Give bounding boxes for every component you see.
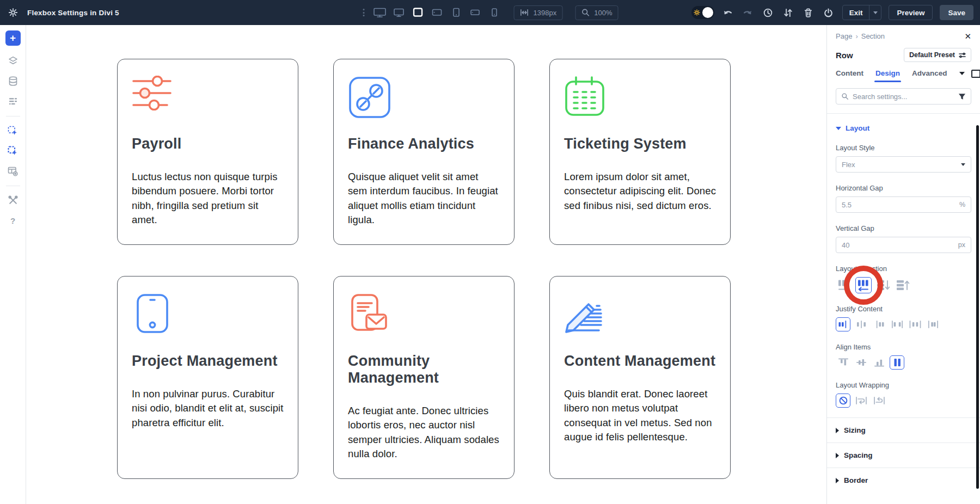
align-items-align-end-button[interactable] bbox=[872, 355, 886, 370]
justify-content-space-between-button[interactable] bbox=[890, 317, 904, 331]
tab-content[interactable]: Content bbox=[836, 69, 863, 82]
canvas-width-control[interactable]: 1398px bbox=[514, 5, 563, 20]
magnifier-icon bbox=[581, 8, 590, 17]
layout-wrapping-wrap-button[interactable] bbox=[854, 394, 868, 408]
collapsed-sections: Sizing Spacing Border bbox=[836, 417, 971, 493]
undo-icon[interactable] bbox=[721, 6, 734, 19]
layout-direction-column-button[interactable] bbox=[875, 277, 891, 293]
device-desktop-large-icon[interactable] bbox=[373, 5, 387, 20]
device-laptop-icon[interactable] bbox=[411, 5, 425, 20]
justify-content-flex-end-button[interactable] bbox=[872, 317, 886, 331]
justify-content-space-around-button[interactable] bbox=[908, 317, 922, 331]
tab-design[interactable]: Design bbox=[875, 69, 900, 82]
layout-section-header[interactable]: Layout bbox=[836, 124, 971, 132]
layout-wrapping-nowrap-button[interactable] bbox=[836, 394, 850, 408]
history-icon[interactable] bbox=[762, 6, 775, 19]
card-title: Content Management bbox=[564, 353, 716, 370]
sizing-section-header[interactable]: Sizing bbox=[827, 417, 980, 442]
portability-icon[interactable] bbox=[822, 6, 835, 19]
module-title: Row bbox=[836, 51, 853, 60]
default-preset-button[interactable]: Default Preset bbox=[904, 48, 971, 62]
blurb-card[interactable]: Community Management Ac feugiat ante. Do… bbox=[333, 276, 514, 479]
breadcrumb-section[interactable]: Section bbox=[861, 32, 885, 40]
database-icon[interactable] bbox=[5, 73, 21, 89]
search-settings-input[interactable] bbox=[853, 93, 954, 101]
preview-button[interactable]: Preview bbox=[889, 5, 933, 20]
layers-icon[interactable] bbox=[5, 53, 21, 69]
filter-icon[interactable] bbox=[958, 93, 966, 100]
card-body-text: In non pulvinar purus. Curabitur nisi od… bbox=[132, 387, 284, 430]
save-button[interactable]: Save bbox=[940, 5, 973, 20]
more-options-icon[interactable] bbox=[362, 9, 366, 16]
justify-content-label: Justify Content bbox=[836, 305, 971, 313]
exit-button[interactable]: Exit bbox=[842, 5, 882, 20]
align-items-stretch-button[interactable] bbox=[890, 355, 904, 370]
click-mode-icon[interactable] bbox=[5, 143, 21, 158]
layout-direction-row-button[interactable] bbox=[836, 277, 852, 293]
layout-direction-column-reverse-button[interactable] bbox=[895, 277, 911, 293]
align-items-label: Align Items bbox=[836, 343, 971, 351]
blurb-card[interactable]: Content Management Quis blandit erat. Do… bbox=[549, 276, 731, 479]
page-title: Flexbox Settings in Divi 5 bbox=[27, 9, 119, 17]
topbar-left: Flexbox Settings in Divi 5 bbox=[0, 6, 119, 19]
layout-style-select[interactable]: Flex bbox=[836, 156, 971, 173]
cards-grid: Payroll Luctus lectus non quisque turpis… bbox=[117, 59, 731, 479]
tabs-dropdown-caret-icon[interactable] bbox=[959, 72, 965, 75]
align-items-align-center-button[interactable] bbox=[854, 355, 868, 370]
breadcrumb-page[interactable]: Page bbox=[836, 32, 852, 40]
device-tablet-landscape-icon[interactable] bbox=[430, 5, 444, 20]
zoom-control[interactable]: 100% bbox=[575, 5, 618, 20]
builder-mode-toggle[interactable] bbox=[691, 6, 714, 19]
layout-section-title: Layout bbox=[846, 124, 869, 132]
library-icon[interactable] bbox=[5, 163, 21, 179]
justify-content-center-button[interactable] bbox=[854, 317, 868, 331]
vertical-gap-unit: px bbox=[958, 241, 965, 249]
device-tablet-icon[interactable] bbox=[449, 5, 463, 20]
vertical-gap-input[interactable] bbox=[842, 241, 958, 249]
interaction-mode-icon[interactable] bbox=[5, 123, 21, 138]
align-items-options bbox=[836, 355, 971, 370]
device-desktop-icon[interactable] bbox=[392, 5, 406, 20]
card-title: Payroll bbox=[132, 136, 284, 152]
preset-label: Default Preset bbox=[909, 51, 955, 59]
horizontal-gap-input[interactable] bbox=[842, 201, 959, 209]
toggle-knob bbox=[702, 7, 713, 18]
help-icon[interactable]: ? bbox=[5, 213, 21, 228]
section-expanded-triangle-icon bbox=[836, 127, 841, 130]
panel-scrollbar[interactable] bbox=[976, 125, 979, 489]
layout-direction-options bbox=[836, 277, 971, 293]
border-section-header[interactable]: Border bbox=[827, 468, 980, 493]
blurb-card[interactable]: Ticketing System Lorem ipsum dolor sit a… bbox=[549, 59, 731, 245]
spacing-section-header[interactable]: Spacing bbox=[827, 442, 980, 468]
exit-dropdown-caret[interactable] bbox=[869, 5, 881, 20]
sliders-icon bbox=[132, 76, 284, 124]
device-phone-icon[interactable] bbox=[487, 5, 501, 20]
justify-content-flex-start-button[interactable] bbox=[836, 317, 850, 331]
blurb-card[interactable]: Project Management In non pulvinar purus… bbox=[117, 276, 298, 479]
sort-order-icon[interactable] bbox=[782, 6, 795, 19]
settings-gear-icon[interactable] bbox=[7, 6, 20, 19]
blurb-card[interactable]: Finance Analytics Quisque aliquet velit … bbox=[333, 59, 514, 245]
sidebar-divider bbox=[6, 186, 20, 186]
blurb-card[interactable]: Payroll Luctus lectus non quisque turpis… bbox=[117, 59, 298, 245]
section-collapsed-triangle-icon bbox=[836, 453, 839, 458]
add-module-button[interactable]: + bbox=[5, 30, 21, 46]
breadcrumb-chevron-icon: › bbox=[855, 32, 857, 40]
justify-content-space-evenly-button[interactable] bbox=[926, 317, 940, 331]
close-icon[interactable]: ✕ bbox=[964, 32, 971, 40]
zoom-value: 100% bbox=[594, 9, 612, 17]
layout-wrapping-wrap-reverse-button[interactable] bbox=[872, 394, 886, 408]
trash-icon[interactable] bbox=[802, 6, 815, 19]
layout-direction-row-reverse-button[interactable] bbox=[855, 277, 872, 293]
tab-advanced[interactable]: Advanced bbox=[912, 69, 947, 82]
vertical-gap-label: Vertical Gap bbox=[836, 224, 971, 232]
device-phone-landscape-icon[interactable] bbox=[468, 5, 482, 20]
settings-panel: Page › Section ✕ Row Default Preset Cont… bbox=[826, 25, 980, 504]
outline-view-icon[interactable] bbox=[5, 94, 21, 109]
redo-icon[interactable] bbox=[742, 6, 755, 19]
responsive-preview-icon[interactable] bbox=[971, 70, 980, 78]
horizontal-gap-field: % bbox=[836, 196, 971, 213]
align-items-align-start-button[interactable] bbox=[836, 355, 850, 370]
layout-wrapping-options bbox=[836, 394, 971, 408]
tools-icon[interactable] bbox=[5, 193, 21, 208]
